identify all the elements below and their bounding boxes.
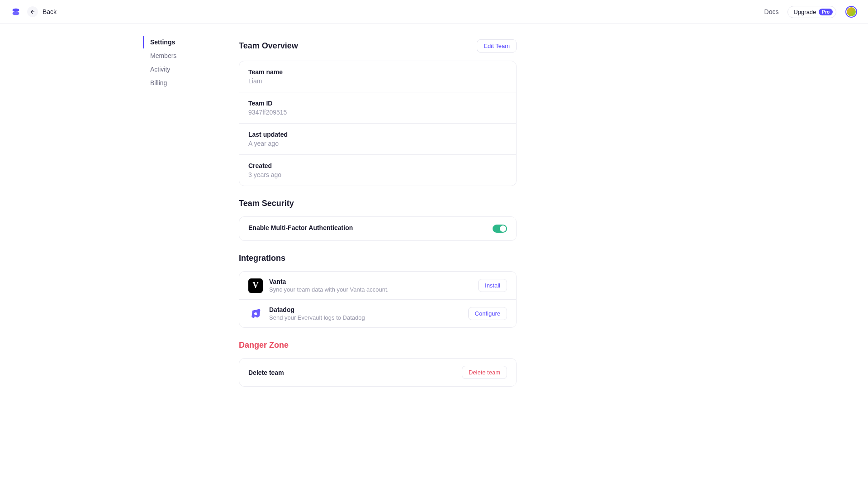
pro-badge: Pro [819,9,833,15]
overview-header: Team Overview Edit Team [239,39,517,53]
field-label: Created [248,162,281,169]
danger-card: Delete team Delete team [239,358,517,387]
upgrade-label: Upgrade [793,9,816,15]
field-label: Team ID [248,100,287,107]
security-title: Team Security [239,199,294,208]
field-value: 9347ff209515 [248,109,287,116]
header-right: Docs Upgrade Pro [764,6,857,18]
integration-name: Datadog [269,306,365,313]
content: Team Overview Edit Team Team name Liam T… [239,36,517,414]
integrations-header: Integrations [239,254,517,263]
mfa-row: Enable Multi-Factor Authentication [239,217,516,240]
sidebar: Settings Members Activity Billing [143,36,233,90]
header: Back Docs Upgrade Pro [0,0,868,24]
integration-name: Vanta [269,278,389,285]
header-left: Back [11,6,57,17]
overview-title: Team Overview [239,41,298,51]
danger-header: Danger Zone [239,340,517,350]
sidebar-item-activity[interactable]: Activity [143,63,233,76]
field-value: A year ago [248,140,288,147]
mfa-label: Enable Multi-Factor Authentication [248,224,353,231]
sidebar-item-settings[interactable]: Settings [143,36,233,48]
danger-title: Danger Zone [239,340,289,350]
logo[interactable] [11,7,21,17]
overview-row-team-id: Team ID 9347ff209515 [239,92,516,124]
integration-row-vanta: V Vanta Sync your team data with your Va… [239,272,516,300]
integration-left: Datadog Send your Evervault logs to Data… [248,306,365,321]
delete-team-button[interactable]: Delete team [462,366,507,379]
vanta-icon: V [248,278,263,293]
integrations-title: Integrations [239,254,285,263]
overview-row-team-name: Team name Liam [239,61,516,92]
toggle-knob [500,225,506,232]
field-label: Team name [248,68,283,76]
edit-team-button[interactable]: Edit Team [477,39,517,53]
delete-team-row: Delete team Delete team [239,359,516,386]
configure-button[interactable]: Configure [468,307,507,320]
arrow-left-icon [30,9,35,14]
back-button-wrap[interactable]: Back [27,6,57,17]
integration-left: V Vanta Sync your team data with your Va… [248,278,389,293]
field-label: Last updated [248,131,288,138]
docs-link[interactable]: Docs [764,8,779,15]
mfa-toggle[interactable] [493,225,507,233]
integration-desc: Sync your team data with your Vanta acco… [269,286,389,293]
integration-row-datadog: Datadog Send your Evervault logs to Data… [239,300,516,327]
upgrade-button[interactable]: Upgrade Pro [787,6,836,18]
overview-row-created: Created 3 years ago [239,155,516,186]
security-card: Enable Multi-Factor Authentication [239,216,517,241]
datadog-icon [248,307,263,321]
integrations-card: V Vanta Sync your team data with your Va… [239,271,517,328]
security-header: Team Security [239,199,517,208]
integration-desc: Send your Evervault logs to Datadog [269,314,365,321]
overview-card: Team name Liam Team ID 9347ff209515 Last… [239,61,517,186]
main: Settings Members Activity Billing Team O… [0,24,868,414]
back-label: Back [43,8,57,15]
delete-team-label: Delete team [248,369,284,376]
back-button[interactable] [27,6,38,17]
overview-row-last-updated: Last updated A year ago [239,124,516,155]
install-button[interactable]: Install [478,279,507,292]
field-value: Liam [248,77,283,85]
field-value: 3 years ago [248,171,281,178]
sidebar-item-billing[interactable]: Billing [143,77,233,89]
avatar[interactable] [845,6,857,18]
sidebar-item-members[interactable]: Members [143,49,233,62]
